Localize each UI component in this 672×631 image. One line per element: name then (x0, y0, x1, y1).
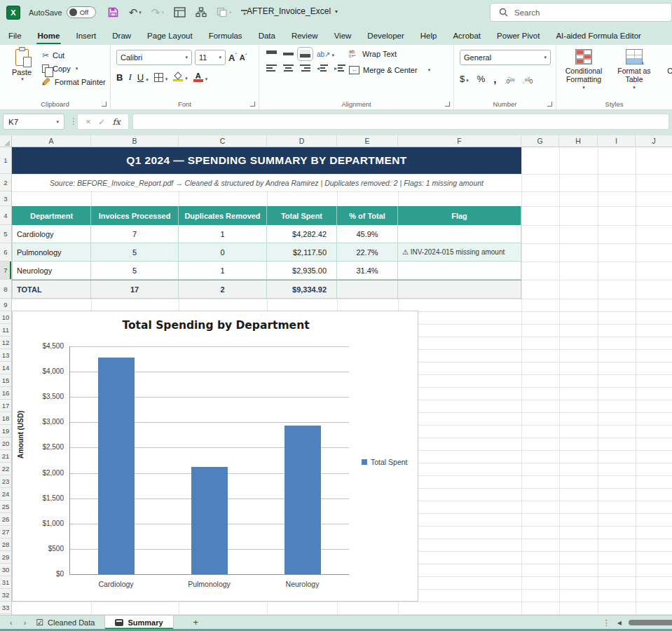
fill-color-button[interactable]: ▾ (173, 73, 188, 82)
clipboard-dialog-launcher-icon[interactable] (102, 102, 107, 107)
cut-button[interactable]: ✂Cut (42, 50, 106, 60)
tab-help[interactable]: Help (420, 32, 437, 40)
cell-flag[interactable] (398, 262, 521, 280)
row-header-3[interactable]: 3 (0, 191, 11, 206)
column-header-G[interactable]: G (521, 135, 559, 147)
autosave-toggle[interactable]: Off (67, 6, 96, 18)
touch-mode-button[interactable] (174, 7, 186, 18)
wrap-text-button[interactable]: abc↩ Wrap Text (349, 50, 430, 58)
increase-font-button[interactable]: Aˆ (228, 53, 237, 63)
bar-chart[interactable]: Total Spending by Department Amount (USD… (12, 311, 418, 602)
row-header-28[interactable]: 28 (0, 538, 11, 551)
align-left-button[interactable] (266, 64, 277, 72)
row-header-31[interactable]: 31 (0, 576, 11, 589)
increase-indent-button[interactable]: ▸ (334, 64, 345, 72)
sheet-title-cell[interactable]: Q1 2024 — SPENDING SUMMARY BY DEPARTMENT (12, 147, 521, 174)
font-dialog-launcher-icon[interactable] (250, 102, 255, 107)
formula-input[interactable] (132, 114, 669, 130)
row-header-12[interactable]: 12 (0, 337, 11, 349)
cell-total-spent[interactable]: $4,282.42 (267, 225, 337, 243)
row-header-14[interactable]: 14 (0, 362, 11, 374)
font-family-select[interactable]: Calibri▾ (116, 50, 192, 65)
align-center-button[interactable] (283, 64, 294, 72)
row-header-5[interactable]: 5 (0, 225, 11, 243)
tab-power-pivot[interactable]: Power Pivot (497, 32, 540, 40)
cell-empty[interactable] (398, 280, 521, 299)
cell-duplicates[interactable]: 1 (179, 225, 267, 243)
header-flag[interactable]: Flag (398, 206, 521, 225)
spreadsheet-grid[interactable]: Q1 2024 — SPENDING SUMMARY BY DEPARTMENT… (12, 147, 672, 615)
conditional-formatting-button[interactable]: Conditional Formatting ▾ (562, 49, 605, 92)
column-header-H[interactable]: H (559, 135, 598, 147)
row-header-22[interactable]: 22 (0, 463, 11, 475)
row-header-7[interactable]: 7 (0, 262, 11, 280)
row-header-16[interactable]: 16 (0, 387, 11, 400)
merge-center-button[interactable]: ↔ Merge & Center ▾ (349, 66, 430, 74)
row-header-17[interactable]: 17 (0, 400, 11, 412)
smartart-button[interactable] (196, 7, 207, 18)
row-header-24[interactable]: 24 (0, 488, 11, 501)
bar-cardiology[interactable] (98, 358, 135, 574)
cell-empty[interactable] (337, 280, 398, 299)
increase-decimal-button[interactable]: ←.0⁰⁰ (505, 74, 514, 84)
bold-button[interactable]: B (116, 72, 123, 83)
cell-styles-button[interactable]: ✎ Cell Styles ▾ (663, 49, 672, 92)
number-dialog-launcher-icon[interactable] (547, 102, 552, 107)
cell-total-spent-sum[interactable]: $9,334.92 (267, 280, 337, 299)
sheet-tab-cleaned-data[interactable]: ☑ Cleaned Data (26, 616, 105, 630)
row-header-21[interactable]: 21 (0, 450, 11, 463)
row-header-9[interactable]: 9 (0, 299, 11, 311)
cell-department[interactable]: Cardiology (12, 225, 91, 243)
decrease-decimal-button[interactable]: →.⁰⁰0 (523, 74, 533, 84)
row-header-33[interactable]: 33 (0, 602, 11, 614)
comma-style-button[interactable]: , (493, 73, 496, 85)
column-header-E[interactable]: E (337, 135, 398, 147)
row-header-4[interactable]: 4 (0, 206, 11, 225)
save-button[interactable] (107, 6, 119, 18)
search-input[interactable]: Search (490, 3, 672, 22)
row-header-27[interactable]: 27 (0, 526, 11, 538)
row-header-26[interactable]: 26 (0, 513, 11, 526)
chevron-down-icon[interactable]: ▾ (139, 10, 142, 15)
column-header-J[interactable]: J (636, 135, 672, 147)
cell-total-spent[interactable]: $2,117.50 (267, 243, 337, 262)
cell-duplicates[interactable]: 0 (179, 243, 267, 262)
tab-formulas[interactable]: Formulas (209, 32, 242, 40)
tab-review[interactable]: Review (292, 32, 318, 40)
column-header-D[interactable]: D (267, 135, 337, 147)
tab-acrobat[interactable]: Acrobat (453, 32, 481, 40)
undo-button[interactable]: ↶▾ (129, 7, 142, 18)
row-header-13[interactable]: 13 (0, 349, 11, 362)
header-percent-of-total[interactable]: % of Total (337, 206, 398, 225)
header-duplicates-removed[interactable]: Duplicates Removed (179, 206, 267, 225)
cell-department[interactable]: Pulmonology (12, 243, 91, 262)
cell-invoices[interactable]: 7 (91, 225, 179, 243)
horizontal-scrollbar[interactable] (629, 620, 672, 625)
select-all-corner[interactable] (0, 135, 12, 147)
row-header-19[interactable]: 19 (0, 425, 11, 437)
excel-logo-icon[interactable]: X (6, 6, 20, 20)
column-header-B[interactable]: B (91, 135, 179, 147)
vertical-dots-icon[interactable]: ⋮ (603, 618, 610, 627)
middle-align-button[interactable] (283, 50, 294, 58)
italic-button[interactable]: I (128, 72, 131, 83)
bottom-align-button[interactable] (300, 50, 310, 58)
cell-flag[interactable] (398, 225, 521, 243)
tab-data[interactable]: Data (259, 32, 275, 40)
tab-ai-formula-editor[interactable]: AI-aided Formula Editor (556, 32, 640, 40)
tab-home[interactable]: Home (38, 32, 60, 40)
borders-button[interactable]: ▾ (154, 73, 168, 82)
row-header-15[interactable]: 15 (0, 374, 11, 387)
cell-percent[interactable]: 31.4% (337, 262, 398, 280)
header-department[interactable]: Department (12, 206, 91, 225)
copy-button[interactable]: Copy▾ (42, 65, 106, 73)
tab-developer[interactable]: Developer (367, 32, 404, 40)
row-header-1[interactable]: 1 (0, 147, 11, 174)
cell-total-duplicates[interactable]: 2 (179, 280, 267, 299)
column-header-I[interactable]: I (598, 135, 636, 147)
new-sheet-button[interactable]: + (193, 617, 199, 627)
column-header-A[interactable]: A (12, 135, 91, 147)
row-header-2[interactable]: 2 (0, 174, 11, 191)
sheet-tab-summary[interactable]: Summary (105, 616, 173, 630)
cell-duplicates[interactable]: 1 (179, 262, 267, 280)
